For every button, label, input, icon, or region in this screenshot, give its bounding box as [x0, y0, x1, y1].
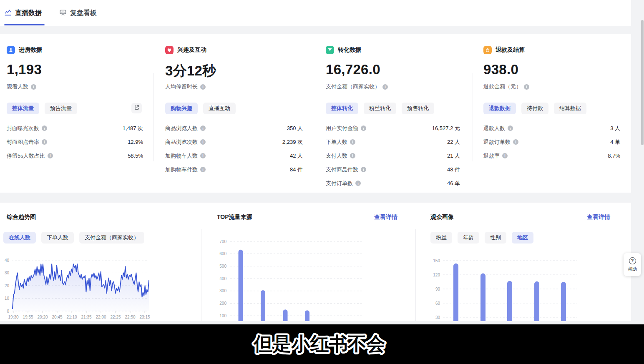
svg-text:22:00: 22:00 [96, 315, 106, 319]
card-1-chip-0[interactable]: 购物兴趣 [165, 103, 198, 114]
info-icon[interactable]: i [508, 126, 513, 131]
active-tab-underline [4, 24, 45, 25]
info-icon[interactable]: i [355, 181, 361, 186]
line-chart-icon [4, 9, 12, 18]
info-icon[interactable]: i [502, 153, 508, 158]
svg-text:0: 0 [7, 309, 9, 314]
card-3-chip-2[interactable]: 结算数据 [554, 103, 586, 114]
audience-detail-link[interactable]: 查看详情 [587, 213, 610, 221]
card-2-chip-1[interactable]: 粉丝转化 [364, 103, 396, 114]
svg-text:10: 10 [5, 296, 10, 301]
metric-value: 4 单 [610, 138, 620, 146]
metric-label-text: 支付商品件数 [326, 166, 358, 173]
metric-row: 退款率i8.7% [483, 149, 620, 163]
charts-panel: 综合趋势图 在线人数下单人数支付金额（商家实收） 40302010019:301… [0, 203, 631, 321]
trend-chip-1[interactable]: 下单人数 [41, 232, 74, 244]
section-divider [415, 229, 416, 321]
stats-panel: 进房数据1,193观看人数i整体流量预告流量封面曝光次数i1,487 次封面图点… [0, 34, 631, 193]
tab-review-board[interactable]: 复盘看板 [59, 9, 97, 18]
info-icon[interactable]: i [350, 153, 355, 158]
card-3-chip-0[interactable]: 退款数据 [483, 103, 516, 114]
info-icon[interactable]: i [350, 139, 355, 145]
svg-text:600: 600 [219, 251, 226, 256]
card-1-chip-1[interactable]: 直播互动 [203, 103, 236, 114]
trend-chip-0[interactable]: 在线人数 [3, 232, 36, 244]
help-button[interactable]: ? 帮助 [624, 253, 641, 276]
card-big-label: 退款金额（元）i [483, 83, 529, 90]
metric-row: 支付商品件数i48 件 [326, 163, 460, 176]
metric-value: 1,487 次 [123, 125, 143, 132]
card-big-label-text: 人均停留时长 [165, 83, 198, 90]
metric-label: 支付商品件数i [326, 166, 366, 173]
user-icon [7, 46, 15, 54]
card-big-number: 3分12秒 [165, 62, 216, 80]
info-icon[interactable]: i [361, 167, 366, 172]
metric-row: 加购物车人数i42 人 [165, 149, 303, 163]
trend-chip-2[interactable]: 支付金额（商家实收） [79, 232, 144, 244]
scrollbar[interactable] [641, 20, 644, 145]
card-metric-rows: 退款人数i3 人退款订单数i4 单退款率i8.7% [483, 121, 620, 163]
info-icon[interactable]: i [200, 139, 206, 145]
card-chips-row: 购物兴趣直播互动 [165, 103, 236, 114]
metric-label: 商品浏览次数i [165, 138, 206, 146]
card-metric-rows: 用户实付金额i16,527.2 元下单人数i22 人支付人数i21 人支付商品件… [326, 121, 460, 190]
audience-bar-chart: 150120906030 [430, 228, 581, 321]
metric-label-text: 退款率 [483, 152, 500, 160]
svg-text:400: 400 [219, 276, 226, 281]
metric-value: 22 人 [447, 138, 460, 146]
info-icon[interactable]: i [200, 153, 206, 158]
metric-label: 退款订单数i [483, 138, 518, 146]
card-big-number: 1,193 [7, 62, 42, 78]
info-icon[interactable]: i [31, 84, 36, 90]
info-icon[interactable]: i [524, 84, 529, 90]
metric-label-text: 用户实付金额 [326, 125, 358, 132]
subtitle-text: 但是小红书不会 [253, 333, 385, 354]
info-icon[interactable]: i [382, 84, 388, 90]
metric-label-text: 停留5s人数占比 [7, 152, 45, 160]
metric-label-text: 商品浏览次数 [165, 138, 198, 146]
bag-icon [483, 46, 492, 54]
metric-row: 停留5s人数占比i58.5% [7, 149, 143, 163]
tab-live-data[interactable]: 直播数据 [4, 9, 42, 18]
tab-review-board-label: 复盘看板 [70, 9, 97, 18]
metric-label-text: 封面曝光次数 [7, 125, 39, 132]
traffic-detail-link[interactable]: 查看详情 [374, 213, 397, 221]
card-metric-rows: 封面曝光次数i1,487 次封面图点击率i12.9%停留5s人数占比i58.5% [7, 121, 143, 163]
trend-section-title: 综合趋势图 [7, 213, 36, 221]
info-icon[interactable]: i [361, 126, 366, 131]
card-3-chip-1[interactable]: 待付款 [521, 103, 548, 114]
svg-text:20:45: 20:45 [52, 315, 62, 319]
svg-text:100: 100 [219, 314, 226, 318]
metric-row: 下单人数i22 人 [326, 135, 460, 149]
info-icon[interactable]: i [42, 139, 47, 145]
card-header: 转化数据 [326, 46, 361, 54]
metric-label-text: 封面图点击率 [7, 138, 39, 146]
svg-text:22:25: 22:25 [110, 315, 121, 319]
metric-label: 停留5s人数占比i [7, 152, 53, 160]
external-link-button[interactable] [131, 103, 142, 113]
card-big-number: 16,726.0 [326, 62, 380, 78]
info-icon[interactable]: i [200, 167, 206, 172]
card-2-chip-0[interactable]: 整体转化 [326, 103, 358, 114]
metric-row: 支付人数i21 人 [326, 149, 460, 163]
metric-label-text: 退款订单数 [483, 138, 511, 146]
card-big-label-text: 观看人数 [7, 83, 28, 90]
info-icon[interactable]: i [200, 84, 206, 90]
info-icon[interactable]: i [513, 139, 518, 145]
card-2-chip-2[interactable]: 预售转化 [402, 103, 434, 114]
card-big-label: 观看人数i [7, 83, 36, 90]
info-icon[interactable]: i [42, 126, 47, 131]
tab-live-data-label: 直播数据 [15, 9, 42, 18]
metric-label: 退款人数i [483, 125, 513, 132]
card-title: 转化数据 [338, 46, 361, 54]
info-icon[interactable]: i [48, 153, 53, 158]
metric-row: 用户实付金额i16,527.2 元 [326, 121, 460, 135]
video-subtitle-bar: 但是小红书不会 [0, 324, 644, 364]
metric-value: 21 人 [447, 152, 460, 160]
svg-text:21:35: 21:35 [81, 315, 91, 319]
audience-section-title: 观众画像 [430, 213, 454, 221]
card-0-chip-1[interactable]: 预告流量 [45, 103, 77, 114]
info-icon[interactable]: i [200, 126, 206, 131]
traffic-section-title: TOP流量来源 [217, 213, 252, 221]
card-0-chip-0[interactable]: 整体流量 [7, 103, 39, 114]
